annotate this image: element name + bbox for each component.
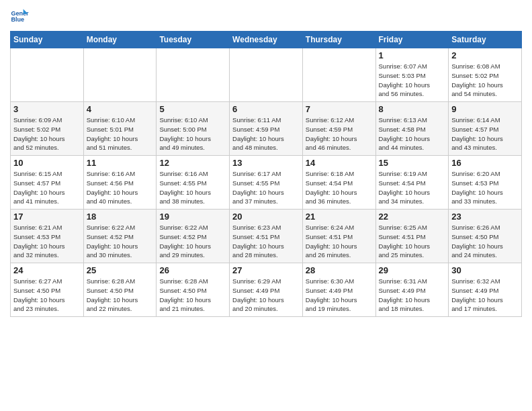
calendar-cell: [302, 48, 375, 102]
day-number: 21: [306, 212, 373, 222]
weekday-header-sunday: Sunday: [11, 32, 84, 48]
calendar-cell: 21Sunrise: 6:24 AM Sunset: 4:51 PM Dayli…: [302, 210, 375, 263]
day-info: Sunrise: 6:23 AM Sunset: 4:51 PM Dayligh…: [232, 223, 300, 260]
day-info: Sunrise: 6:21 AM Sunset: 4:53 PM Dayligh…: [13, 223, 81, 260]
calendar-cell: 15Sunrise: 6:19 AM Sunset: 4:54 PM Dayli…: [375, 156, 449, 210]
day-number: 28: [306, 265, 373, 275]
day-number: 5: [159, 104, 226, 114]
svg-text:Blue: Blue: [11, 16, 24, 23]
day-number: 25: [87, 265, 154, 275]
calendar-cell: 14Sunrise: 6:18 AM Sunset: 4:54 PM Dayli…: [302, 156, 375, 210]
calendar-cell: 19Sunrise: 6:22 AM Sunset: 4:52 PM Dayli…: [157, 210, 230, 263]
day-number: 23: [451, 212, 519, 222]
weekday-header-tuesday: Tuesday: [157, 32, 230, 48]
day-info: Sunrise: 6:29 AM Sunset: 4:49 PM Dayligh…: [232, 277, 300, 314]
calendar-cell: 11Sunrise: 6:16 AM Sunset: 4:56 PM Dayli…: [83, 156, 157, 210]
calendar-cell: 6Sunrise: 6:11 AM Sunset: 4:59 PM Daylig…: [230, 102, 303, 156]
calendar-row-1: 3Sunrise: 6:09 AM Sunset: 5:02 PM Daylig…: [11, 102, 522, 156]
calendar-cell: 10Sunrise: 6:15 AM Sunset: 4:57 PM Dayli…: [11, 156, 84, 210]
calendar-cell: 8Sunrise: 6:13 AM Sunset: 4:58 PM Daylig…: [375, 102, 449, 156]
calendar-cell: 24Sunrise: 6:27 AM Sunset: 4:50 PM Dayli…: [11, 263, 84, 317]
day-info: Sunrise: 6:28 AM Sunset: 4:50 PM Dayligh…: [87, 277, 154, 314]
day-number: 14: [306, 158, 373, 168]
weekday-header-thursday: Thursday: [302, 32, 375, 48]
calendar-cell: 5Sunrise: 6:10 AM Sunset: 5:00 PM Daylig…: [157, 102, 230, 156]
calendar-cell: 23Sunrise: 6:26 AM Sunset: 4:50 PM Dayli…: [449, 210, 522, 263]
calendar-table: SundayMondayTuesdayWednesdayThursdayFrid…: [10, 31, 522, 317]
day-number: 20: [232, 212, 300, 222]
day-number: 18: [87, 212, 154, 222]
day-info: Sunrise: 6:17 AM Sunset: 4:55 PM Dayligh…: [232, 169, 300, 206]
day-info: Sunrise: 6:10 AM Sunset: 5:00 PM Dayligh…: [159, 116, 226, 152]
day-number: 9: [451, 104, 519, 114]
calendar-cell: 2Sunrise: 6:08 AM Sunset: 5:02 PM Daylig…: [449, 48, 522, 102]
day-info: Sunrise: 6:22 AM Sunset: 4:52 PM Dayligh…: [87, 223, 154, 260]
day-info: Sunrise: 6:32 AM Sunset: 4:49 PM Dayligh…: [451, 277, 519, 314]
day-info: Sunrise: 6:11 AM Sunset: 4:59 PM Dayligh…: [232, 116, 300, 152]
day-info: Sunrise: 6:16 AM Sunset: 4:56 PM Dayligh…: [87, 169, 154, 206]
calendar-cell: 7Sunrise: 6:12 AM Sunset: 4:59 PM Daylig…: [302, 102, 375, 156]
day-number: 30: [451, 265, 519, 275]
calendar-cell: 20Sunrise: 6:23 AM Sunset: 4:51 PM Dayli…: [230, 210, 303, 263]
calendar-cell: 12Sunrise: 6:16 AM Sunset: 4:55 PM Dayli…: [157, 156, 230, 210]
calendar-cell: 1Sunrise: 6:07 AM Sunset: 5:03 PM Daylig…: [375, 48, 449, 102]
day-info: Sunrise: 6:12 AM Sunset: 4:59 PM Dayligh…: [306, 116, 373, 152]
day-number: 16: [451, 158, 519, 168]
calendar-row-2: 10Sunrise: 6:15 AM Sunset: 4:57 PM Dayli…: [11, 156, 522, 210]
calendar-cell: 30Sunrise: 6:32 AM Sunset: 4:49 PM Dayli…: [449, 263, 522, 317]
page-container: General Blue SundayMondayTuesdayWednesda…: [0, 0, 532, 320]
calendar-cell: [11, 48, 84, 102]
day-info: Sunrise: 6:28 AM Sunset: 4:50 PM Dayligh…: [159, 277, 226, 314]
day-info: Sunrise: 6:10 AM Sunset: 5:01 PM Dayligh…: [87, 116, 154, 152]
day-info: Sunrise: 6:08 AM Sunset: 5:02 PM Dayligh…: [451, 62, 519, 99]
day-number: 26: [159, 265, 226, 275]
calendar-cell: [157, 48, 230, 102]
day-number: 15: [379, 158, 446, 168]
weekday-header-monday: Monday: [83, 32, 157, 48]
calendar-cell: 17Sunrise: 6:21 AM Sunset: 4:53 PM Dayli…: [11, 210, 84, 263]
logo: General Blue: [10, 7, 29, 26]
day-number: 11: [87, 158, 154, 168]
calendar-cell: 16Sunrise: 6:20 AM Sunset: 4:53 PM Dayli…: [449, 156, 522, 210]
weekday-header-saturday: Saturday: [449, 32, 522, 48]
calendar-cell: 22Sunrise: 6:25 AM Sunset: 4:51 PM Dayli…: [375, 210, 449, 263]
day-info: Sunrise: 6:22 AM Sunset: 4:52 PM Dayligh…: [159, 223, 226, 260]
day-number: 19: [159, 212, 226, 222]
calendar-cell: [230, 48, 303, 102]
day-info: Sunrise: 6:07 AM Sunset: 5:03 PM Dayligh…: [379, 62, 446, 99]
day-number: 8: [379, 104, 446, 114]
calendar-cell: 9Sunrise: 6:14 AM Sunset: 4:57 PM Daylig…: [449, 102, 522, 156]
day-info: Sunrise: 6:25 AM Sunset: 4:51 PM Dayligh…: [379, 223, 446, 260]
day-info: Sunrise: 6:18 AM Sunset: 4:54 PM Dayligh…: [306, 169, 373, 206]
calendar-cell: 18Sunrise: 6:22 AM Sunset: 4:52 PM Dayli…: [83, 210, 157, 263]
calendar-row-0: 1Sunrise: 6:07 AM Sunset: 5:03 PM Daylig…: [11, 48, 522, 102]
day-info: Sunrise: 6:09 AM Sunset: 5:02 PM Dayligh…: [13, 116, 81, 152]
day-number: 22: [379, 212, 446, 222]
day-number: 17: [13, 212, 81, 222]
calendar-cell: [83, 48, 157, 102]
calendar-cell: 4Sunrise: 6:10 AM Sunset: 5:01 PM Daylig…: [83, 102, 157, 156]
calendar-cell: 3Sunrise: 6:09 AM Sunset: 5:02 PM Daylig…: [11, 102, 84, 156]
calendar-row-4: 24Sunrise: 6:27 AM Sunset: 4:50 PM Dayli…: [11, 263, 522, 317]
day-number: 29: [379, 265, 446, 275]
day-info: Sunrise: 6:16 AM Sunset: 4:55 PM Dayligh…: [159, 169, 226, 206]
day-number: 13: [232, 158, 300, 168]
day-number: 3: [13, 104, 81, 114]
day-info: Sunrise: 6:20 AM Sunset: 4:53 PM Dayligh…: [451, 169, 519, 206]
day-info: Sunrise: 6:24 AM Sunset: 4:51 PM Dayligh…: [306, 223, 373, 260]
calendar-cell: 13Sunrise: 6:17 AM Sunset: 4:55 PM Dayli…: [230, 156, 303, 210]
day-info: Sunrise: 6:19 AM Sunset: 4:54 PM Dayligh…: [379, 169, 446, 206]
calendar-cell: 28Sunrise: 6:30 AM Sunset: 4:49 PM Dayli…: [302, 263, 375, 317]
calendar-cell: 25Sunrise: 6:28 AM Sunset: 4:50 PM Dayli…: [83, 263, 157, 317]
day-info: Sunrise: 6:26 AM Sunset: 4:50 PM Dayligh…: [451, 223, 519, 260]
weekday-header-wednesday: Wednesday: [230, 32, 303, 48]
weekday-header-row: SundayMondayTuesdayWednesdayThursdayFrid…: [11, 32, 522, 48]
day-number: 7: [306, 104, 373, 114]
day-number: 4: [87, 104, 154, 114]
day-number: 10: [13, 158, 81, 168]
day-number: 12: [159, 158, 226, 168]
day-number: 2: [451, 50, 519, 60]
day-number: 27: [232, 265, 300, 275]
day-info: Sunrise: 6:31 AM Sunset: 4:49 PM Dayligh…: [379, 277, 446, 314]
day-number: 1: [379, 50, 446, 60]
